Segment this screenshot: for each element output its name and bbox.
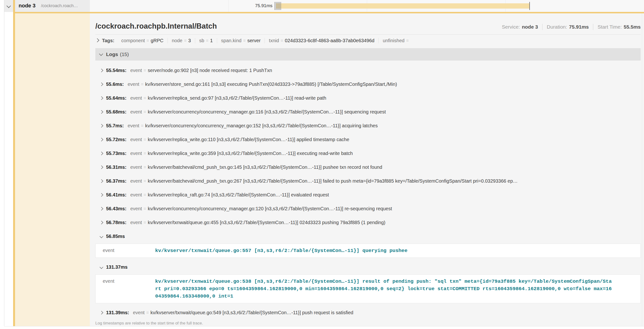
log-entry-row[interactable]: 55.7ms: event = kv/kvserver/concurrency/… [90, 119, 644, 132]
tag-value: 3 [188, 38, 191, 44]
log-entry-row[interactable]: 56.31ms: event = kv/kvserver/batcheval/c… [90, 160, 644, 174]
log-entry-row[interactable]: 131.39ms: event = kv/kvserver/txnwait/qu… [90, 306, 644, 320]
log-field-key: event [103, 278, 155, 300]
log-message: kv/kvserver/txnwait/queue.go:549 [n3,s3,… [150, 310, 644, 316]
log-entry-row[interactable]: 55.72ms: event = kv/kvserver/replica_wri… [90, 132, 644, 146]
collapse-log-icon[interactable] [100, 265, 104, 269]
expand-log-icon[interactable] [100, 96, 104, 100]
expand-log-icon[interactable] [100, 220, 104, 224]
log-entry-expanded: 131.37ms event kv/kvserver/txnwait/queue… [90, 260, 644, 303]
log-entry-row[interactable]: 131.37ms [90, 260, 644, 274]
log-field-key: event [130, 151, 142, 156]
start-time-value: 55.5ms [624, 24, 641, 30]
log-message: kv/kvserver/txnwait/queue.go:455 [n3,s3,… [148, 220, 644, 225]
log-entry-row[interactable]: 56.41ms: event = kv/kvserver/replica_raf… [90, 188, 644, 202]
equals-sign: = [144, 110, 146, 114]
duration-value: 75.91ms [569, 24, 589, 30]
expand-log-icon[interactable] [100, 68, 104, 72]
tag-item: txnid = 024d3323-6c8f-4863-aa8b-37ab0e63… [264, 38, 378, 44]
equals-sign: = [184, 38, 186, 43]
tag-key: sb [199, 38, 204, 44]
log-message: kv/kvserver/store_send.go:161 [n3,s3] ex… [145, 82, 644, 87]
log-marker-tick [274, 2, 275, 10]
equals-sign: = [144, 96, 146, 100]
tag-item: sb = 1 [195, 38, 217, 44]
service-label: Service: [502, 24, 520, 30]
tag-key: unfinished [383, 38, 404, 44]
log-field-key: event [130, 109, 142, 115]
span-service-name: node 3 [18, 2, 36, 9]
divider [542, 24, 542, 30]
log-entry-row[interactable]: 56.85ms [90, 229, 644, 243]
equals-sign: = [406, 38, 409, 43]
trace-timeline-view: node 3 /cockroach.roach… 75.91ms /cockro… [0, 0, 644, 329]
log-timestamp: 131.37ms [106, 264, 128, 270]
span-detail-meta: Service: node 3 Duration: 75.91ms Start … [502, 24, 641, 30]
equals-sign: = [144, 137, 146, 142]
expand-log-icon[interactable] [100, 124, 104, 128]
expand-log-icon[interactable] [100, 207, 104, 210]
log-field-key: event [130, 137, 142, 142]
log-field-key: event [130, 192, 142, 198]
equals-sign: = [144, 220, 146, 225]
log-field-key: event [128, 123, 140, 128]
expand-log-icon[interactable] [100, 110, 104, 114]
equals-sign: = [206, 38, 208, 43]
log-entry-row[interactable]: 55.6ms: event = kv/kvserver/store_send.g… [90, 77, 644, 91]
expand-tags-icon[interactable] [95, 38, 100, 42]
equals-sign: = [146, 38, 149, 43]
tag-key: txnid [269, 38, 279, 44]
log-timestamp: 56.43ms: [106, 206, 126, 212]
expand-log-icon[interactable] [100, 311, 104, 314]
tag-value: server [248, 38, 261, 44]
log-marker-tick [280, 2, 281, 10]
equals-sign: = [146, 310, 149, 315]
log-marker-tick [278, 2, 278, 10]
log-marker-tick-end [529, 2, 530, 10]
expand-log-icon[interactable] [100, 165, 104, 169]
service-value: node 3 [522, 24, 538, 30]
log-marker-tick [277, 2, 278, 10]
log-entry-row[interactable]: 55.54ms: event = server/node.go:902 [n3]… [90, 64, 644, 77]
log-timestamp: 55.68ms: [106, 109, 126, 115]
log-timestamp: 56.85ms [106, 234, 125, 239]
log-entry-row[interactable]: 55.64ms: event = kv/kvserver/replica_sen… [90, 91, 644, 105]
span-timeline-track[interactable]: 75.91ms [90, 0, 644, 12]
log-timestamp: 131.39ms: [106, 310, 129, 316]
expand-log-icon[interactable] [100, 152, 104, 155]
log-entry-expanded: 56.85ms event kv/kvserver/txnwait/queue.… [90, 229, 644, 258]
log-fields-table: event kv/kvserver/txnwait/queue.go:538 [… [95, 274, 641, 303]
log-message: kv/kvserver/concurrency/concurrency_mana… [148, 206, 644, 212]
selected-span-accent-strip [13, 12, 15, 326]
log-marker-tick [276, 2, 276, 10]
column-divider[interactable] [4, 0, 4, 326]
expand-log-icon[interactable] [100, 82, 104, 86]
equals-sign: = [144, 68, 146, 73]
log-entry-row[interactable]: 55.73ms: event = kv/kvserver/replica_wri… [90, 146, 644, 160]
collapse-span-icon[interactable] [6, 4, 11, 8]
collapse-log-icon[interactable] [100, 234, 104, 238]
log-message: kv/kvserver/replica_write.go:110 [n3,s3,… [148, 137, 644, 142]
log-marker-tick [279, 2, 280, 10]
log-field-key: event [130, 178, 142, 184]
logs-section-header[interactable]: Logs (15) [95, 48, 641, 60]
selected-span-accent-strip [13, 0, 15, 12]
expand-log-icon[interactable] [100, 193, 104, 197]
span-operation-name: /cockroach.roach… [41, 3, 78, 8]
tags-section[interactable]: Tags: component = gRPC node = 3 sb = 1 s… [90, 34, 644, 46]
log-field-key: event [130, 164, 142, 170]
equals-sign: = [281, 38, 284, 43]
log-entry-row[interactable]: 56.37ms: event = kv/kvserver/batcheval/c… [90, 174, 644, 188]
span-duration-bar[interactable] [276, 3, 530, 8]
log-timestamp: 55.6ms: [106, 82, 124, 87]
log-timestamp: 56.37ms: [106, 178, 126, 184]
span-duration-label: 75.91ms [233, 3, 272, 8]
log-entry-row[interactable]: 56.78ms: event = kv/kvserver/txnwait/que… [90, 216, 644, 229]
span-name-cell[interactable]: node 3 /cockroach.roach… [4, 0, 90, 12]
expand-log-icon[interactable] [100, 179, 104, 183]
log-timestamp: 55.72ms: [106, 137, 126, 142]
log-entry-row[interactable]: 55.68ms: event = kv/kvserver/concurrency… [90, 105, 644, 119]
collapse-logs-icon[interactable] [99, 52, 103, 56]
expand-log-icon[interactable] [100, 138, 104, 141]
log-entry-row[interactable]: 56.43ms: event = kv/kvserver/concurrency… [90, 202, 644, 216]
